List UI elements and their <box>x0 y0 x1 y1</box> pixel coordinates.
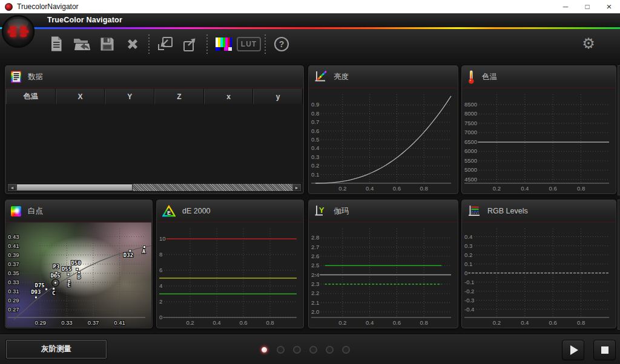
new-document-button[interactable] <box>44 32 69 56</box>
toolbar: LUT ? ⚙ <box>0 29 620 59</box>
toolbar-separator <box>206 34 208 54</box>
rgblevels-chart: -0.4-0.3-0.2-0.100.10.20.30.40.20.40.60.… <box>463 223 615 327</box>
svg-text:8: 8 <box>159 251 162 258</box>
stop-measure-button[interactable] <box>593 340 616 360</box>
svg-text:6500: 6500 <box>464 138 477 145</box>
svg-text:0.2: 0.2 <box>338 185 346 192</box>
close-button[interactable]: × <box>598 0 620 13</box>
app-window: TruecolorNavigator ─ □ × TrueColor Navig… <box>0 0 620 364</box>
svg-text:0.33: 0.33 <box>61 319 73 326</box>
svg-text:0.6: 0.6 <box>393 319 401 326</box>
column-header-0: 色温 <box>6 89 56 104</box>
svg-text:4500: 4500 <box>464 176 477 183</box>
svg-text:2.5: 2.5 <box>311 262 319 268</box>
data-panel-title: 数据 <box>28 72 43 82</box>
window-title: TruecolorNavigator <box>17 2 79 11</box>
svg-text:P3: P3 <box>53 264 60 270</box>
svg-text:-0.4: -0.4 <box>464 306 474 313</box>
app-header: TrueColor Navigator <box>0 13 620 27</box>
de2000-panel-title: dE 2000 <box>182 207 211 215</box>
colortemp-panel-title: 色温 <box>482 72 497 82</box>
svg-text:0.43: 0.43 <box>8 233 19 240</box>
svg-text:0.2: 0.2 <box>338 319 346 326</box>
data-panel: 数据 色温XYZxy ◄ ► <box>5 65 304 194</box>
page-dot-2[interactable] <box>277 346 285 354</box>
page-dot-1[interactable] <box>260 346 268 354</box>
maximize-button[interactable]: □ <box>576 0 598 13</box>
luminance-panel: 亮度 0.10.20.30.40.50.60.70.80.90.20.40.60… <box>308 65 458 194</box>
column-header-3: Z <box>154 89 204 104</box>
column-header-5: y <box>253 89 303 104</box>
data-horizontal-scrollbar[interactable]: ◄ ► <box>7 183 302 192</box>
offscreen-panel-edge <box>618 200 620 330</box>
gamma-panel-header: Y 伽玛 <box>309 200 458 223</box>
color-bars-icon <box>216 37 232 51</box>
de2000-panel: E dE 2000 02468100.20.40.60.8 <box>156 200 304 328</box>
svg-text:0.6: 0.6 <box>239 319 247 326</box>
page-dot-6[interactable] <box>342 346 350 354</box>
svg-text:?: ? <box>279 39 285 49</box>
page-dot-3[interactable] <box>293 346 301 354</box>
svg-text:0.41: 0.41 <box>8 242 19 249</box>
svg-text:5500: 5500 <box>464 157 477 164</box>
svg-text:0.3: 0.3 <box>464 242 472 249</box>
start-measure-button[interactable] <box>562 340 584 360</box>
open-file-button[interactable] <box>69 32 94 56</box>
test-pattern-button[interactable] <box>211 32 236 56</box>
scroll-right-button[interactable]: ► <box>292 184 301 191</box>
svg-text:6: 6 <box>159 267 162 273</box>
save-button[interactable] <box>94 32 120 56</box>
page-dot-5[interactable] <box>326 346 334 354</box>
brand-logo-icon <box>1 15 35 48</box>
svg-text:D93: D93 <box>31 289 41 295</box>
svg-text:8500: 8500 <box>464 101 477 108</box>
footer-bar: 灰阶测量 <box>0 334 620 364</box>
svg-text:D75: D75 <box>35 282 45 288</box>
open-folder-icon <box>73 36 91 52</box>
scroll-left-icon: ◄ <box>10 186 15 190</box>
new-document-icon <box>49 36 64 52</box>
svg-text:0.1: 0.1 <box>464 261 472 267</box>
grayscale-measure-button[interactable]: 灰阶测量 <box>6 340 107 359</box>
svg-text:0.6: 0.6 <box>311 128 319 134</box>
svg-text:0.1: 0.1 <box>311 171 319 178</box>
lut-button[interactable]: LUT <box>236 32 262 56</box>
svg-text:0.4: 0.4 <box>366 185 374 192</box>
minimize-button[interactable]: ─ <box>555 0 576 13</box>
data-panel-header: 数据 <box>5 66 303 88</box>
settings-button[interactable]: ⚙ <box>579 34 598 53</box>
stop-icon <box>601 346 608 354</box>
thermometer-icon <box>467 70 475 84</box>
svg-text:0.27: 0.27 <box>8 306 19 313</box>
svg-text:6000: 6000 <box>464 148 477 154</box>
export-button[interactable] <box>178 32 203 56</box>
svg-text:0.37: 0.37 <box>88 319 99 326</box>
svg-text:8000: 8000 <box>464 110 477 117</box>
app-icon <box>5 3 13 11</box>
app-menu-logo[interactable] <box>1 15 35 48</box>
scrollbar-thumb[interactable] <box>16 184 133 191</box>
svg-text:0.8: 0.8 <box>420 185 428 192</box>
toolbar-separator <box>265 34 266 54</box>
svg-text:0.4: 0.4 <box>521 185 529 192</box>
import-button[interactable] <box>153 32 178 56</box>
luminance-panel-header: 亮度 <box>309 66 458 88</box>
de2000-chart: 02468100.20.40.60.8 <box>157 223 303 327</box>
svg-text:0.41: 0.41 <box>114 319 125 326</box>
svg-text:2.0: 2.0 <box>311 308 319 315</box>
help-button[interactable]: ? <box>269 32 294 56</box>
column-header-4: x <box>204 89 254 104</box>
luminance-chart-icon <box>314 71 327 83</box>
svg-text:0.2: 0.2 <box>311 162 319 169</box>
svg-text:0.4: 0.4 <box>213 319 220 326</box>
svg-text:0.2: 0.2 <box>464 252 472 258</box>
svg-text:0.9: 0.9 <box>311 101 319 108</box>
delete-button[interactable] <box>120 32 145 56</box>
scroll-left-button[interactable]: ◄ <box>8 184 16 191</box>
svg-text:0.8: 0.8 <box>420 319 428 326</box>
svg-text:0.8: 0.8 <box>266 319 274 326</box>
scrollbar-track[interactable] <box>16 184 292 191</box>
svg-text:0.4: 0.4 <box>311 145 319 151</box>
data-document-icon <box>11 71 21 83</box>
page-dot-4[interactable] <box>309 346 317 354</box>
